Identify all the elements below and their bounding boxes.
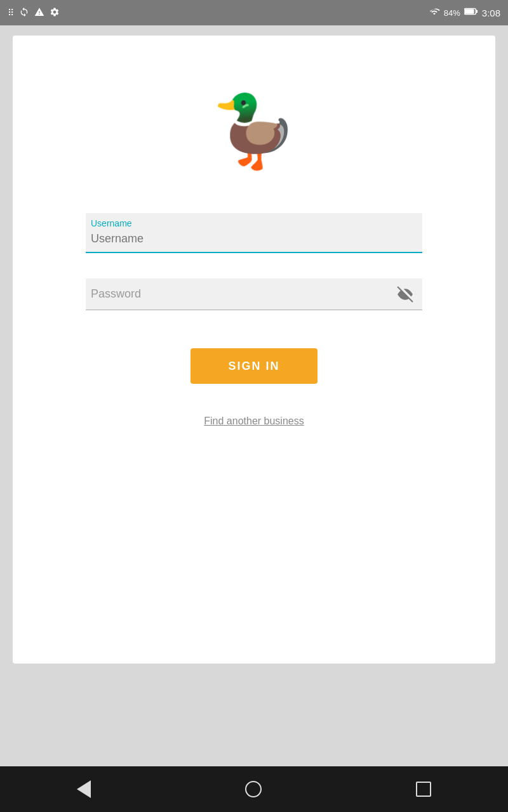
duck-logo: 🦆: [210, 86, 298, 175]
status-bar: ⠿ 84%: [0, 0, 508, 25]
main-area: 🦆 Username: [0, 25, 508, 766]
password-input[interactable]: [86, 278, 422, 310]
svg-rect-2: [476, 10, 478, 13]
username-field-group: Username: [86, 213, 422, 253]
wifi-icon: [429, 6, 440, 19]
warning-icon: [34, 7, 44, 19]
eye-off-icon: [397, 286, 413, 303]
password-field-group: [86, 278, 422, 310]
battery-percentage: 84%: [444, 8, 460, 18]
back-button[interactable]: [57, 770, 111, 808]
username-label: Username: [91, 218, 132, 228]
status-bar-right: 84% 3:08: [429, 6, 500, 19]
drag-icon: ⠿: [8, 8, 14, 18]
sync-icon: [19, 7, 29, 19]
navigation-bar: [0, 766, 508, 812]
settings-icon: [50, 7, 60, 19]
home-icon: [245, 781, 262, 797]
home-button[interactable]: [225, 771, 282, 808]
login-card: 🦆 Username: [13, 36, 495, 664]
recents-button[interactable]: [396, 771, 451, 807]
username-input[interactable]: [86, 213, 422, 253]
sign-in-button[interactable]: SIGN IN: [190, 348, 318, 384]
battery-icon: [464, 7, 478, 18]
login-form: Username SIGN IN: [38, 213, 470, 427]
duck-emoji: 🦆: [211, 96, 298, 166]
svg-rect-1: [465, 9, 474, 13]
recents-icon: [416, 782, 431, 797]
status-time: 3:08: [482, 8, 500, 18]
status-bar-left: ⠿: [8, 7, 60, 19]
back-icon: [77, 780, 91, 798]
toggle-password-visibility-button[interactable]: [394, 284, 416, 305]
find-another-business-link[interactable]: Find another business: [204, 416, 304, 427]
